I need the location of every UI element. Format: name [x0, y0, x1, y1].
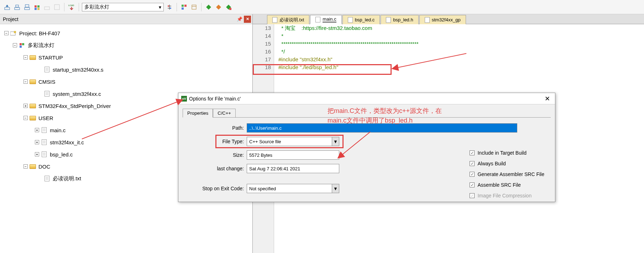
manage-icon[interactable] — [180, 3, 188, 11]
tab-main-c[interactable]: main.c — [310, 15, 341, 24]
file-icon — [315, 17, 320, 22]
target-selector[interactable]: 多彩流水灯 ▾ — [82, 3, 164, 11]
svg-text:LOAD: LOAD — [68, 4, 74, 6]
collapse-icon[interactable]: − — [4, 31, 9, 35]
stopcode-label: Stop on Exit Code: — [183, 186, 247, 191]
folder-icon — [30, 164, 36, 169]
collapse-icon[interactable]: − — [13, 43, 17, 47]
svg-rect-9 — [44, 7, 49, 10]
main-toolbar: LOAD 多彩流水灯 ▾ — [0, 0, 644, 14]
collapse-icon[interactable]: − — [23, 116, 28, 120]
diamond-green-icon[interactable] — [204, 3, 213, 11]
dialog-close-button[interactable]: ✕ — [542, 94, 552, 104]
file-icon — [44, 91, 49, 97]
chk-always-build[interactable]: ✓Always Build — [470, 161, 544, 166]
close-panel-button[interactable]: ✕ — [244, 16, 251, 23]
file-icon — [44, 67, 49, 72]
size-label: Size: — [183, 152, 247, 158]
file-icon — [272, 17, 277, 23]
collapse-icon[interactable]: − — [23, 79, 28, 84]
folder-icon — [30, 79, 36, 84]
checkbox-icon: ✓ — [470, 172, 475, 177]
checkbox-icon: ✓ — [470, 150, 475, 155]
tree-label: bsp_led.c — [50, 151, 73, 158]
tab-stm32-gpio[interactable]: stm32f4xx_gp — [419, 15, 466, 24]
tree-group[interactable]: − CMSIS — [1, 76, 251, 88]
chk-img-compress: ✓Image File Compression — [470, 193, 544, 198]
lastchange-field: Sat Aug 7 22:06:41 2021 — [247, 164, 339, 173]
expand-icon[interactable]: + — [23, 104, 28, 108]
tree-label: Project: BH-F407 — [19, 30, 60, 36]
svg-point-13 — [170, 7, 171, 9]
stopcode-combo[interactable]: Not specified ▼ — [247, 184, 339, 193]
project-panel-header: Project 📌 ✕ — [0, 14, 252, 24]
folder-icon — [30, 104, 36, 108]
svg-rect-10 — [54, 5, 59, 10]
svg-rect-1 — [15, 7, 20, 10]
dialog-title: Options for File 'main.c' — [189, 96, 241, 102]
svg-rect-15 — [184, 5, 187, 7]
file-icon — [42, 151, 47, 157]
tree-label: STARTUP — [38, 55, 63, 61]
tree-label: stm32f4xx_it.c — [50, 139, 84, 145]
translate-icon[interactable] — [53, 3, 61, 11]
lastchange-label: last change: — [183, 166, 247, 171]
books-icon[interactable] — [190, 3, 198, 11]
tab-readme[interactable]: 必读说明.txt — [267, 15, 309, 24]
options-icon[interactable] — [165, 3, 174, 11]
batch-build-icon[interactable] — [33, 3, 41, 11]
build-target-icon[interactable] — [13, 3, 21, 11]
size-field: 5572 Bytes — [247, 150, 339, 160]
file-icon — [348, 17, 353, 23]
stop-build-icon[interactable] — [43, 3, 51, 11]
keil-icon: μV — [181, 96, 187, 102]
svg-rect-8 — [37, 8, 40, 10]
expand-icon[interactable]: + — [35, 152, 39, 156]
folder-icon — [30, 116, 36, 120]
annotation-text: 把main.C文件，类型改为c++源文件，在 main.c文件中调用了bsp_l… — [328, 106, 442, 125]
svg-rect-3 — [25, 7, 30, 10]
collapse-icon[interactable]: − — [23, 55, 28, 60]
folder-icon — [30, 55, 36, 60]
rebuild-icon[interactable] — [23, 3, 31, 11]
tree-label: USER — [38, 115, 53, 121]
filetype-highlight — [215, 135, 344, 148]
tree-label: main.c — [50, 127, 66, 133]
tree-label: startup_stm32f40xx.s — [53, 67, 104, 73]
target-icon — [19, 42, 26, 48]
chk-gen-asm[interactable]: ✓Generate Assembler SRC File — [470, 171, 544, 177]
tree-label: system_stm32f4xx.c — [53, 91, 101, 97]
tree-root[interactable]: − Project: BH-F407 — [1, 27, 251, 39]
tree-group[interactable]: − STARTUP — [1, 51, 251, 63]
svg-rect-17 — [192, 5, 196, 9]
diamond-orange-icon[interactable] — [214, 3, 223, 11]
tab-bsp-led-c[interactable]: bsp_led.c — [342, 15, 380, 24]
file-tabs: 必读说明.txt main.c bsp_led.c bsp_led.h stm3… — [253, 14, 644, 24]
workspace-icon — [10, 30, 17, 36]
file-icon — [425, 17, 430, 23]
checkbox-icon: ✓ — [470, 182, 475, 187]
tree-file[interactable]: startup_stm32f40xx.s — [1, 63, 251, 76]
diamond-multi-icon[interactable] — [224, 3, 233, 11]
tree-label: 必读说明.txt — [53, 175, 81, 182]
pin-icon[interactable]: 📌 — [236, 16, 243, 23]
build-icon[interactable] — [3, 3, 11, 11]
tab-bsp-led-h[interactable]: bsp_led.h — [381, 15, 418, 24]
dialog-titlebar[interactable]: μV Options for File 'main.c' ✕ — [178, 93, 555, 104]
checkbox-group: ✓Include in Target Build ✓Always Build ✓… — [470, 150, 544, 203]
svg-rect-21 — [20, 43, 22, 45]
svg-point-12 — [168, 5, 169, 7]
path-label: Path: — [183, 125, 247, 131]
tab-cpp[interactable]: C/C++ — [213, 109, 236, 118]
chk-asm-src[interactable]: ✓Assemble SRC File — [470, 182, 544, 188]
tab-properties[interactable]: Properties — [183, 109, 213, 118]
collapse-icon[interactable]: − — [23, 164, 28, 169]
chk-include-target[interactable]: ✓Include in Target Build — [470, 150, 544, 156]
svg-rect-0 — [5, 7, 10, 10]
expand-icon[interactable]: + — [35, 140, 39, 144]
svg-rect-19 — [229, 8, 231, 10]
expand-icon[interactable]: + — [35, 128, 39, 132]
download-icon[interactable]: LOAD — [67, 3, 76, 11]
tree-target[interactable]: − 多彩流水灯 — [1, 39, 251, 51]
svg-rect-7 — [35, 8, 37, 10]
